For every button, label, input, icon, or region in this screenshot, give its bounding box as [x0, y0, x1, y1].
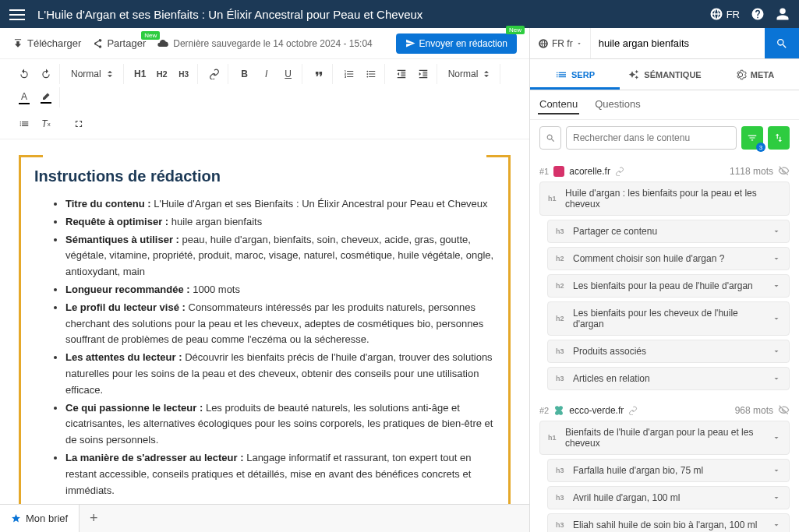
bottom-tab-brief[interactable]: Mon brief	[0, 505, 80, 532]
download-button[interactable]: Télécharger	[12, 37, 81, 49]
link-icon	[628, 406, 638, 415]
new-badge: New	[506, 26, 525, 34]
ul-button[interactable]	[362, 65, 380, 83]
filter-button[interactable]: 3	[741, 126, 763, 150]
outline-heading[interactable]: h2Comment choisir son huile d'argan ?	[547, 247, 790, 270]
chevron-down-icon[interactable]	[772, 520, 781, 530]
h2-button[interactable]: H2	[154, 65, 171, 83]
outline-heading[interactable]: h3Articles en relation	[547, 367, 790, 390]
block-style-select[interactable]: Normal	[68, 67, 118, 81]
help-icon[interactable]	[751, 7, 765, 21]
chevron-down-icon[interactable]	[772, 227, 781, 236]
subtab-content[interactable]: Contenu	[538, 95, 579, 115]
brief-heading: Instructions de rédaction	[34, 167, 495, 185]
link-button[interactable]	[206, 65, 223, 83]
quote-button[interactable]	[310, 65, 327, 83]
tab-serp[interactable]: SERP	[530, 59, 620, 90]
outline-heading[interactable]: h3Avril huile d'argan, 100 ml	[547, 486, 790, 509]
outline-heading[interactable]: h3Produits associés	[547, 340, 790, 363]
favicon	[553, 166, 564, 177]
new-badge: New	[141, 31, 160, 40]
font-style-select[interactable]: Normal	[445, 67, 496, 81]
outdent-button[interactable]	[393, 65, 410, 83]
bold-button[interactable]: B	[236, 65, 253, 83]
more-button[interactable]	[16, 115, 33, 132]
page-title: L'Huile d'Argan et ses Bienfaits : Un Él…	[37, 8, 709, 21]
serp-result-header[interactable]: #2ecco-verde.fr968 mots	[539, 398, 790, 421]
outline-heading[interactable]: h3Farfalla huile d'argan bio, 75 ml	[547, 459, 790, 482]
h3-button[interactable]: H3	[175, 65, 193, 83]
chevron-down-icon[interactable]	[772, 374, 781, 383]
tab-meta[interactable]: META	[709, 59, 799, 90]
highlight-button[interactable]	[37, 89, 55, 106]
chevron-down-icon[interactable]	[772, 314, 781, 323]
chevron-down-icon[interactable]	[772, 347, 781, 356]
serp-result-header[interactable]: #1acorelle.fr1118 mots	[539, 159, 790, 181]
favicon	[553, 405, 564, 416]
undo-button[interactable]	[16, 65, 33, 83]
star-icon	[11, 513, 21, 523]
menu-icon[interactable]	[9, 6, 25, 22]
user-icon[interactable]	[776, 7, 790, 21]
send-to-writing-button[interactable]: Envoyer en rédaction New	[396, 33, 517, 54]
indent-button[interactable]	[415, 65, 432, 83]
outline-heading[interactable]: h2Les bienfaits pour les cheveux de l'hu…	[547, 301, 790, 336]
share-button[interactable]: Partager New	[92, 37, 146, 49]
filter-count-badge: 3	[756, 143, 765, 152]
underline-button[interactable]: U	[280, 65, 297, 83]
serp-query-input[interactable]	[591, 28, 765, 58]
clear-format-button[interactable]: Tx	[37, 115, 55, 132]
italic-button[interactable]: I	[258, 65, 275, 83]
chevron-down-icon[interactable]	[772, 466, 781, 475]
editor-toolbar: Normal H1 H2 H3 B I U	[0, 59, 529, 139]
search-icon	[539, 126, 561, 150]
chevron-down-icon[interactable]	[772, 281, 781, 291]
editor-content[interactable]: Instructions de rédaction Titre du conte…	[0, 139, 529, 504]
subtab-questions[interactable]: Questions	[593, 95, 642, 115]
outline-heading[interactable]: h3Partager ce contenu	[547, 220, 790, 243]
outline-heading[interactable]: h3Eliah sahil huile de soin bio à l'arga…	[547, 513, 790, 532]
outline-heading[interactable]: h1Huile d'argan : les bienfaits pour la …	[539, 181, 790, 216]
chevron-down-icon[interactable]	[772, 254, 781, 263]
link-icon	[615, 167, 624, 176]
add-tab-button[interactable]: +	[80, 505, 108, 532]
content-search-input[interactable]	[566, 126, 737, 150]
serp-lang-select[interactable]: FR fr	[530, 28, 591, 58]
ol-button[interactable]	[341, 65, 358, 83]
visibility-off-icon[interactable]	[778, 404, 790, 416]
outline-heading[interactable]: h1Bienfaits de l'huile d'argan pour la p…	[539, 421, 790, 455]
language-selector[interactable]: FR	[709, 7, 740, 21]
serp-search-button[interactable]	[765, 28, 799, 58]
fullscreen-button[interactable]	[70, 115, 87, 132]
chevron-down-icon[interactable]	[772, 433, 781, 442]
visibility-off-icon[interactable]	[778, 165, 790, 177]
save-status: Dernière sauvegarde le 14 octobre 2024 -…	[157, 37, 373, 50]
h1-button[interactable]: H1	[132, 65, 149, 83]
chevron-down-icon[interactable]	[772, 493, 781, 502]
redo-button[interactable]	[37, 65, 55, 83]
text-color-button[interactable]: A	[16, 89, 33, 106]
tab-semantic[interactable]: SÉMANTIQUE	[620, 59, 709, 90]
sort-button[interactable]	[768, 126, 790, 150]
outline-heading[interactable]: h2Les bienfaits pour la peau de l'huile …	[547, 274, 790, 298]
